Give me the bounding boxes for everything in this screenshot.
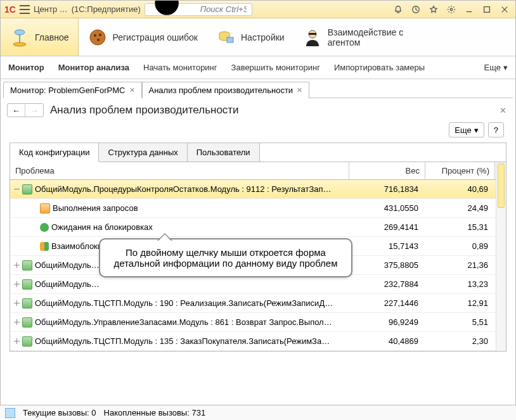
section-errors[interactable]: Регистрация ошибок — [79, 18, 207, 56]
table-row[interactable]: ОбщийМодуль…232,788413,23 — [10, 275, 506, 294]
section-label: Главное — [35, 32, 69, 42]
row-percent: 13,23 — [426, 279, 496, 289]
row-percent: 40,69 — [426, 184, 496, 194]
section-label: Регистрация ошибок — [113, 32, 198, 42]
app-caption: Центр … — [34, 4, 68, 14]
row-percent: 21,36 — [426, 260, 496, 270]
submenu-import[interactable]: Импортировать замеры — [334, 63, 425, 72]
star-icon[interactable] — [427, 3, 441, 16]
minimize-button[interactable] — [462, 3, 476, 16]
search-field[interactable] — [145, 3, 252, 16]
row-name: ОбщийМодуль… — [35, 260, 100, 270]
svg-rect-15 — [227, 37, 233, 42]
scrollbar-thumb[interactable] — [498, 163, 505, 208]
section-bar: Главное Регистрация ошибок Настройки Вза… — [1, 18, 515, 56]
history-icon[interactable] — [409, 3, 423, 16]
problems-grid: Проблема Вес Процент (%) ОбщийМодуль.Про… — [10, 162, 506, 351]
titlebar: 1С Центр … (1С:Предприятие) — [1, 1, 515, 18]
lock-icon — [40, 223, 49, 232]
submenu-monitor[interactable]: Монитор — [8, 63, 44, 72]
agent-icon — [302, 27, 323, 48]
table-row[interactable]: ОбщийМодуль.ТЦСТП.Модуль : 190 : Реализа… — [10, 294, 506, 313]
expander-icon[interactable] — [14, 300, 20, 306]
row-percent: 15,31 — [426, 222, 496, 232]
section-main[interactable]: Главное — [1, 18, 79, 56]
more-button[interactable]: Еще ▾ — [449, 122, 484, 137]
table-row[interactable]: Ожидания на блокировках269,414115,31 — [10, 218, 506, 237]
row-name: ОбщийМодуль.ТЦСТП.Модуль : 135 : ЗаказПо… — [35, 336, 330, 346]
submenu-stop[interactable]: Завершить мониторинг — [231, 63, 320, 72]
svg-point-10 — [90, 30, 105, 45]
close-button[interactable] — [498, 3, 512, 16]
submenu-start[interactable]: Начать мониторинг — [143, 63, 217, 72]
close-icon[interactable]: ✕ — [297, 86, 302, 94]
section-label: Настройки — [241, 32, 285, 42]
search-input[interactable] — [199, 4, 248, 15]
row-name: ОбщийМодуль.ТЦСТП.Модуль : 190 : Реализа… — [35, 298, 333, 308]
col-percent[interactable]: Процент (%) — [425, 162, 495, 179]
status-bar: Текущие вызовы: 0 Накопленные вызовы: 73… — [0, 405, 516, 420]
row-weight: 40,4869 — [350, 336, 426, 346]
scrollbar[interactable] — [496, 162, 506, 351]
row-name: ОбщийМодуль.ПроцедурыКонтроляОстатков.Мо… — [35, 184, 332, 194]
expander-icon[interactable] — [14, 338, 20, 344]
tab-struct[interactable]: Структура данных — [99, 143, 187, 162]
submenu: Монитор Монитор анализа Начать мониторин… — [1, 56, 515, 79]
tab-analysis[interactable]: Анализ проблем производительности✕ — [142, 82, 310, 98]
logo: 1С — [4, 4, 16, 15]
close-icon[interactable]: ✕ — [129, 86, 135, 94]
table-row[interactable]: ОбщийМодуль.ТЦСТП.Модуль : 135 : ЗаказПо… — [10, 332, 506, 351]
submenu-more[interactable]: Еще ▾ — [484, 63, 508, 72]
expander-icon[interactable] — [14, 186, 20, 192]
table-row[interactable]: Выполнения запросов431,055024,49 — [10, 199, 506, 218]
platform-caption: (1С:Предприятие) — [72, 4, 141, 14]
cookie-icon — [87, 27, 108, 48]
svg-point-0 — [155, 0, 178, 15]
page-close[interactable]: ✕ — [500, 106, 506, 115]
expander-icon[interactable] — [14, 281, 20, 287]
submenu-analysis[interactable]: Монитор анализа — [58, 63, 129, 72]
document-tabs: Монитор: ProblemGenForPMC✕ Анализ пробле… — [3, 82, 513, 98]
nav-forward[interactable]: → — [25, 104, 43, 117]
bell-icon[interactable] — [391, 3, 405, 16]
tab-users[interactable]: Пользователи — [188, 143, 260, 162]
mod-icon — [22, 317, 32, 328]
gear-icon[interactable] — [444, 3, 458, 16]
row-name: Выполнения запросов — [53, 203, 138, 213]
row-weight: 431,0550 — [350, 203, 426, 213]
table-row[interactable]: ОбщийМодуль.УправлениеЗапасами.Модуль : … — [10, 313, 506, 332]
status-icon — [5, 408, 15, 418]
svg-point-9 — [15, 30, 25, 35]
col-weight[interactable]: Вес — [349, 162, 425, 179]
svg-point-8 — [13, 42, 26, 46]
section-settings[interactable]: Настройки — [207, 18, 293, 56]
expander-icon[interactable] — [14, 319, 20, 325]
nav-back[interactable]: ← — [8, 104, 25, 117]
page-title: Анализ проблем производительности — [50, 104, 239, 117]
maximize-button[interactable] — [480, 3, 494, 16]
view-tabs: Код конфигурации Структура данных Пользо… — [10, 143, 506, 162]
row-percent: 0,89 — [426, 241, 496, 251]
help-button[interactable]: ? — [488, 122, 504, 137]
db-icon — [216, 27, 236, 48]
tab-code[interactable]: Код конфигурации — [10, 143, 99, 162]
tab-monitor[interactable]: Монитор: ProblemGenForPMC✕ — [3, 82, 142, 98]
row-weight: 232,7884 — [350, 279, 426, 289]
lamp-icon — [10, 27, 30, 48]
q-icon — [40, 203, 50, 213]
row-weight: 269,4141 — [350, 222, 426, 232]
svg-point-13 — [97, 39, 100, 41]
svg-point-12 — [99, 34, 101, 36]
grid-header: Проблема Вес Процент (%) — [10, 162, 506, 180]
row-weight: 15,7143 — [350, 241, 426, 251]
row-percent: 5,51 — [426, 317, 496, 327]
mod-icon — [22, 336, 32, 347]
hint-callout: По двойному щелчку мыши откроется форма … — [99, 238, 352, 277]
col-problem[interactable]: Проблема — [10, 162, 349, 179]
expander-icon[interactable] — [14, 262, 20, 268]
table-row[interactable]: ОбщийМодуль.ПроцедурыКонтроляОстатков.Мо… — [10, 180, 506, 199]
menu-icon[interactable] — [20, 5, 30, 14]
row-weight: 716,1834 — [350, 184, 426, 194]
svg-rect-17 — [309, 33, 316, 35]
section-agent[interactable]: Взаимодействие с агентом — [293, 18, 419, 56]
